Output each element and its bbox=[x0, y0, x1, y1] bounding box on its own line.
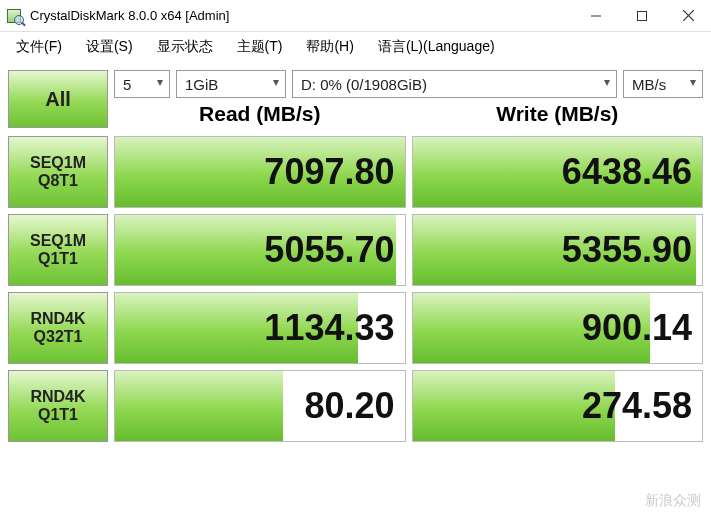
read-value-cell: 7097.80 bbox=[114, 136, 406, 208]
test-name-line2: Q8T1 bbox=[38, 172, 78, 190]
test-name-line1: SEQ1M bbox=[30, 232, 86, 250]
test-name-line2: Q32T1 bbox=[34, 328, 83, 346]
close-button[interactable] bbox=[665, 0, 711, 32]
result-row: RND4KQ1T180.20274.58 bbox=[8, 370, 703, 442]
test-name-line1: RND4K bbox=[30, 388, 85, 406]
result-row: SEQ1MQ1T15055.705355.90 bbox=[8, 214, 703, 286]
svg-rect-1 bbox=[638, 11, 647, 20]
menu-language[interactable]: 语言(L)(Language) bbox=[368, 34, 505, 60]
test-name-line2: Q1T1 bbox=[38, 406, 78, 424]
results-grid: SEQ1MQ8T17097.806438.46SEQ1MQ1T15055.705… bbox=[0, 136, 711, 450]
watermark: 新浪众测 bbox=[645, 492, 701, 510]
read-value: 5055.70 bbox=[264, 229, 394, 271]
result-row: RND4KQ32T11134.33900.14 bbox=[8, 292, 703, 364]
window-title: CrystalDiskMark 8.0.0 x64 [Admin] bbox=[30, 8, 229, 23]
read-value: 1134.33 bbox=[264, 307, 394, 349]
menu-settings[interactable]: 设置(S) bbox=[76, 34, 143, 60]
menu-file[interactable]: 文件(F) bbox=[6, 34, 72, 60]
unit-select[interactable]: MB/s bbox=[623, 70, 703, 98]
header-read: Read (MB/s) bbox=[114, 98, 406, 132]
test-button[interactable]: RND4KQ32T1 bbox=[8, 292, 108, 364]
run-all-button[interactable]: All bbox=[8, 70, 108, 128]
read-value-cell: 5055.70 bbox=[114, 214, 406, 286]
test-name-line1: RND4K bbox=[30, 310, 85, 328]
write-value: 274.58 bbox=[582, 385, 692, 427]
write-value: 6438.46 bbox=[562, 151, 692, 193]
write-value-cell: 274.58 bbox=[412, 370, 704, 442]
maximize-button[interactable] bbox=[619, 0, 665, 32]
read-value: 80.20 bbox=[304, 385, 394, 427]
read-value-cell: 80.20 bbox=[114, 370, 406, 442]
title-bar: CrystalDiskMark 8.0.0 x64 [Admin] bbox=[0, 0, 711, 32]
test-name-line2: Q1T1 bbox=[38, 250, 78, 268]
drive-select[interactable]: D: 0% (0/1908GiB) bbox=[292, 70, 617, 98]
test-button[interactable]: SEQ1MQ1T1 bbox=[8, 214, 108, 286]
write-value-cell: 900.14 bbox=[412, 292, 704, 364]
menu-bar: 文件(F) 设置(S) 显示状态 主题(T) 帮助(H) 语言(L)(Langu… bbox=[0, 32, 711, 62]
read-value: 7097.80 bbox=[264, 151, 394, 193]
menu-theme[interactable]: 主题(T) bbox=[227, 34, 293, 60]
test-button[interactable]: SEQ1MQ8T1 bbox=[8, 136, 108, 208]
result-row: SEQ1MQ8T17097.806438.46 bbox=[8, 136, 703, 208]
size-select[interactable]: 1GiB bbox=[176, 70, 286, 98]
write-value-cell: 6438.46 bbox=[412, 136, 704, 208]
menu-profile[interactable]: 显示状态 bbox=[147, 34, 223, 60]
test-button[interactable]: RND4KQ1T1 bbox=[8, 370, 108, 442]
read-value-cell: 1134.33 bbox=[114, 292, 406, 364]
controls-row: All 5 1GiB D: 0% (0/1908GiB) MB/s Read (… bbox=[0, 62, 711, 136]
write-value: 900.14 bbox=[582, 307, 692, 349]
write-value-cell: 5355.90 bbox=[412, 214, 704, 286]
window-controls bbox=[573, 0, 711, 32]
test-name-line1: SEQ1M bbox=[30, 154, 86, 172]
app-icon bbox=[6, 7, 24, 25]
minimize-button[interactable] bbox=[573, 0, 619, 32]
loops-select[interactable]: 5 bbox=[114, 70, 170, 98]
header-write: Write (MB/s) bbox=[412, 98, 704, 132]
write-value: 5355.90 bbox=[562, 229, 692, 271]
menu-help[interactable]: 帮助(H) bbox=[296, 34, 363, 60]
